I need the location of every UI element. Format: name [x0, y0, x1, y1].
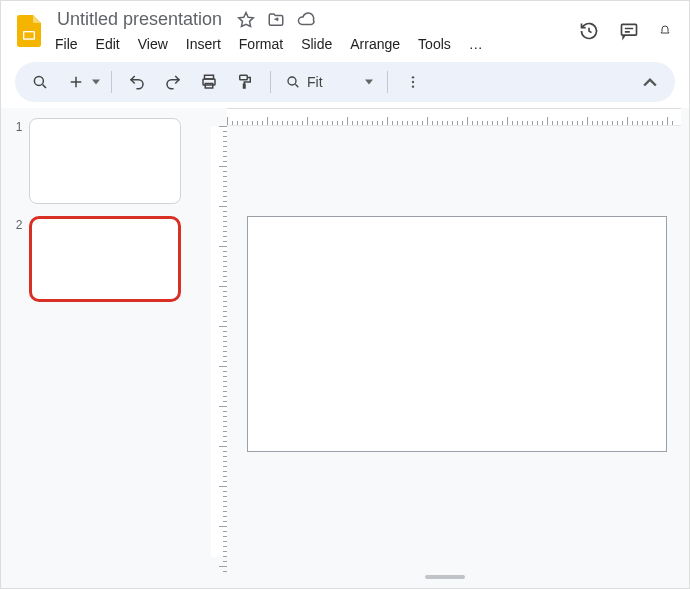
svg-rect-1: [24, 32, 33, 38]
thumb-row: 1: [9, 118, 193, 204]
ruler-vertical[interactable]: [211, 126, 227, 557]
separator: [111, 71, 112, 93]
more-tools-button[interactable]: [398, 67, 428, 97]
redo-button[interactable]: [158, 67, 188, 97]
move-to-folder-icon[interactable]: [266, 10, 286, 30]
chevron-down-icon: [365, 78, 373, 86]
menu-file[interactable]: File: [53, 34, 80, 54]
menubar: FileEditViewInsertFormatSlideArrangeTool…: [53, 32, 485, 54]
svg-point-3: [34, 76, 43, 85]
slide-thumbnail[interactable]: [29, 216, 181, 302]
cloud-status-icon[interactable]: [296, 10, 316, 30]
menu-slide[interactable]: Slide: [299, 34, 334, 54]
speaker-notes-handle[interactable]: [425, 575, 465, 579]
toolbar: Fit: [15, 62, 675, 102]
svg-point-9: [288, 77, 296, 85]
history-icon[interactable]: [579, 21, 599, 41]
header-right: [579, 21, 679, 41]
menu-tools[interactable]: Tools: [416, 34, 453, 54]
menu-more[interactable]: …: [467, 34, 485, 54]
zoom-select[interactable]: Fit: [281, 74, 377, 90]
zoom-label: Fit: [307, 74, 323, 90]
thumb-number: 2: [9, 216, 29, 302]
menu-arrange[interactable]: Arrange: [348, 34, 402, 54]
separator: [387, 71, 388, 93]
slide-panel: 12: [1, 108, 201, 589]
slide-canvas[interactable]: [247, 216, 667, 452]
thumb-number: 1: [9, 118, 29, 204]
title-row: Untitled presentation: [53, 7, 485, 32]
editor: [201, 108, 689, 589]
svg-point-10: [411, 76, 413, 78]
paint-format-button[interactable]: [230, 67, 260, 97]
undo-button[interactable]: [122, 67, 152, 97]
title-area: Untitled presentation FileEditViewInsert…: [53, 7, 485, 54]
svg-point-12: [411, 85, 413, 87]
star-icon[interactable]: [236, 10, 256, 30]
menu-edit[interactable]: Edit: [94, 34, 122, 54]
svg-rect-8: [244, 84, 246, 88]
svg-rect-7: [240, 75, 248, 80]
menu-format[interactable]: Format: [237, 34, 285, 54]
new-slide-dropdown[interactable]: [91, 78, 101, 86]
svg-point-11: [411, 81, 413, 83]
search-button[interactable]: [25, 67, 55, 97]
menu-insert[interactable]: Insert: [184, 34, 223, 54]
comments-icon[interactable]: [619, 21, 639, 41]
new-slide-button[interactable]: [61, 67, 91, 97]
separator: [270, 71, 271, 93]
workspace: 12: [1, 108, 689, 589]
notification-icon[interactable]: [659, 21, 671, 41]
thumb-row: 2: [9, 216, 193, 302]
ruler-horizontal[interactable]: [227, 108, 681, 126]
svg-rect-2: [622, 24, 637, 35]
menu-view[interactable]: View: [136, 34, 170, 54]
toolbar-wrap: Fit: [1, 56, 689, 108]
print-button[interactable]: [194, 67, 224, 97]
app-logo[interactable]: [11, 13, 47, 49]
slide-thumbnail[interactable]: [29, 118, 181, 204]
header: Untitled presentation FileEditViewInsert…: [1, 1, 689, 56]
collapse-toolbar-button[interactable]: [635, 67, 665, 97]
canvas-area[interactable]: [227, 126, 671, 557]
doc-title[interactable]: Untitled presentation: [53, 7, 226, 32]
